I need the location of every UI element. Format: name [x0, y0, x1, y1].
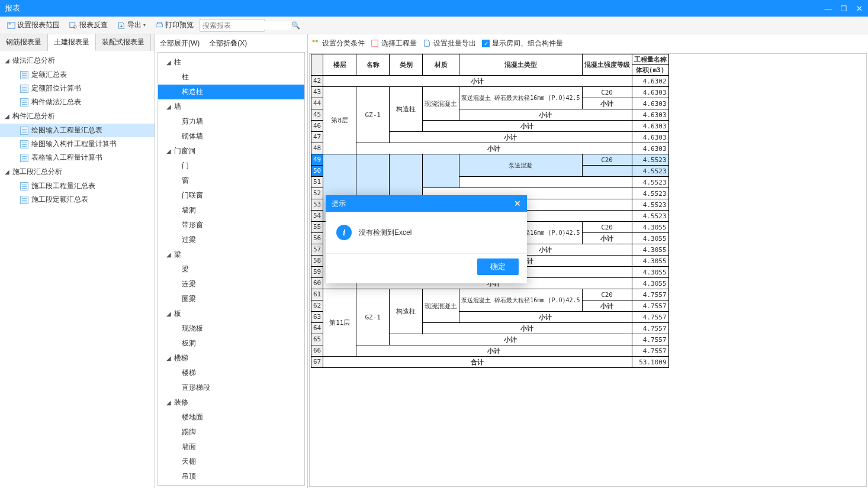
main-toolbar: 设置报表范围 报表反查 导出 ▾ 打印预览 🔍	[0, 17, 868, 34]
component-tree: ◢ 柱柱构造柱◢ 墙剪力墙砌体墙◢ 门窗洞门窗门联窗墙洞带形窗过梁◢ 梁梁连梁圈…	[157, 52, 305, 486]
component-item[interactable]: 墙面	[158, 439, 304, 454]
minimize-button[interactable]: —	[824, 4, 832, 12]
search-box[interactable]: 🔍	[200, 19, 265, 32]
component-item[interactable]: 连梁	[158, 277, 304, 292]
component-item[interactable]: 直形梯段	[158, 380, 304, 395]
component-item[interactable]: 门	[158, 159, 304, 173]
svg-rect-7	[316, 40, 318, 43]
export-button[interactable]: 导出 ▾	[114, 18, 149, 32]
dialog-message: 没有检测到Excel	[359, 228, 412, 238]
component-group[interactable]: ◢ 柱	[158, 55, 304, 70]
document-icon	[20, 182, 28, 190]
tree-group[interactable]: ◢ 施工段汇总分析	[0, 164, 155, 179]
document-icon	[20, 140, 28, 148]
window-title: 报表	[5, 3, 824, 14]
component-item[interactable]: 柱	[158, 70, 304, 85]
component-item[interactable]: 带形窗	[158, 218, 304, 232]
tree-group[interactable]: ◢ 做法汇总分析	[0, 53, 155, 68]
alert-dialog: 提示 ✕ i 没有检测到Excel 确定	[326, 195, 527, 283]
report-recheck-button[interactable]: 报表反查	[66, 18, 111, 32]
component-item[interactable]: 过梁	[158, 232, 304, 247]
document-icon	[20, 196, 28, 204]
set-category-button[interactable]: 设置分类条件	[311, 38, 365, 49]
export-icon	[117, 21, 126, 30]
tab-civil[interactable]: 土建报表量	[48, 34, 96, 51]
left-panel: 钢筋报表量 土建报表量 装配式报表量 ◢ 做法汇总分析定额汇总表定额部位计算书构…	[0, 34, 155, 488]
expand-all-button[interactable]: 全部展开(W)	[160, 38, 200, 49]
print-icon	[155, 21, 163, 30]
print-preview-button[interactable]: 打印预览	[152, 18, 197, 32]
chevron-down-icon: ▾	[143, 22, 146, 28]
search-input[interactable]	[202, 21, 291, 30]
dialog-titlebar: 提示 ✕	[326, 195, 527, 212]
component-group[interactable]: ◢ 装修	[158, 395, 304, 410]
component-group[interactable]: ◢ 楼梯	[158, 351, 304, 366]
collapse-all-button[interactable]: 全部折叠(X)	[209, 38, 247, 49]
titlebar: 报表 — ☐ ✕	[0, 0, 868, 17]
component-item[interactable]: 窗	[158, 173, 304, 188]
component-item[interactable]: 梁	[158, 262, 304, 277]
component-item[interactable]: 楼梯	[158, 366, 304, 380]
component-item[interactable]: 圈梁	[158, 292, 304, 306]
component-item[interactable]: 吊顶	[158, 469, 304, 484]
tree-item[interactable]: 定额部位计算书	[0, 82, 155, 95]
tree-item[interactable]: 表格输入工程量计算书	[0, 151, 155, 164]
svg-rect-4	[156, 24, 163, 27]
select-quantity-button[interactable]: 选择工程量	[371, 38, 417, 49]
document-icon	[20, 85, 28, 93]
quantity-icon	[371, 39, 379, 47]
component-panel: 全部展开(W) 全部折叠(X) ◢ 柱柱构造柱◢ 墙剪力墙砌体墙◢ 门窗洞门窗门…	[155, 34, 308, 488]
tree-group[interactable]: ◢ 构件汇总分析	[0, 109, 155, 124]
dialog-title: 提示	[332, 199, 514, 209]
svg-rect-8	[372, 40, 378, 47]
dialog-close-button[interactable]: ✕	[514, 199, 521, 208]
component-item[interactable]: 现浇板	[158, 321, 304, 336]
recheck-icon	[69, 21, 78, 30]
tree-item[interactable]: 绘图输入工程量汇总表	[0, 124, 155, 137]
checkbox-checked-icon: ✓	[482, 40, 490, 47]
document-icon	[20, 98, 28, 106]
tree-item[interactable]: 定额汇总表	[0, 68, 155, 82]
component-item[interactable]: 构造柱	[158, 85, 304, 99]
svg-rect-0	[8, 22, 15, 28]
report-tree: ◢ 做法汇总分析定额汇总表定额部位计算书构件做法汇总表◢ 构件汇总分析绘图输入工…	[0, 51, 155, 488]
document-icon	[20, 154, 28, 162]
tab-prefab[interactable]: 装配式报表量	[96, 34, 151, 51]
tab-rebar[interactable]: 钢筋报表量	[0, 34, 48, 51]
batch-export-button[interactable]: 设置批量导出	[423, 38, 476, 49]
search-icon[interactable]: 🔍	[291, 21, 300, 30]
component-item[interactable]: 天棚	[158, 454, 304, 469]
component-item[interactable]: 门联窗	[158, 188, 304, 203]
batch-export-icon	[423, 39, 431, 47]
info-icon: i	[336, 225, 352, 240]
show-room-toggle[interactable]: ✓ 显示房间、组合构件量	[482, 38, 563, 49]
svg-rect-5	[157, 22, 162, 24]
component-item[interactable]: 砌体墙	[158, 129, 304, 144]
component-group[interactable]: ◢ 梁	[158, 247, 304, 262]
component-toolbar: 全部展开(W) 全部折叠(X)	[155, 34, 307, 52]
set-report-range-button[interactable]: 设置报表范围	[4, 18, 63, 32]
data-toolbar: 设置分类条件 选择工程量 设置批量导出 ✓ 显示房间、组合构件量	[308, 34, 868, 52]
component-item[interactable]: 墙洞	[158, 203, 304, 218]
tree-item[interactable]: 施工段定额汇总表	[0, 193, 155, 206]
tree-item[interactable]: 施工段工程量汇总表	[0, 179, 155, 193]
component-item[interactable]: 剪力墙	[158, 114, 304, 129]
maximize-button[interactable]: ☐	[840, 4, 848, 12]
svg-rect-6	[313, 40, 315, 43]
component-group[interactable]: ◢ 门窗洞	[158, 144, 304, 159]
tree-item[interactable]: 绘图输入构件工程量计算书	[0, 137, 155, 151]
component-item[interactable]: 楼地面	[158, 410, 304, 425]
dialog-ok-button[interactable]: 确定	[477, 258, 519, 275]
document-icon	[20, 127, 28, 135]
svg-rect-1	[9, 23, 11, 24]
component-group[interactable]: ◢ 墙	[158, 99, 304, 114]
close-button[interactable]: ✕	[855, 4, 863, 12]
svg-rect-2	[70, 22, 75, 27]
range-icon	[7, 21, 15, 30]
tree-item[interactable]: 构件做法汇总表	[0, 95, 155, 109]
component-group[interactable]: ◢ 板	[158, 306, 304, 321]
component-item[interactable]: 踢脚	[158, 425, 304, 439]
document-icon	[20, 71, 28, 79]
component-item[interactable]: 板洞	[158, 336, 304, 351]
category-icon	[311, 39, 320, 47]
